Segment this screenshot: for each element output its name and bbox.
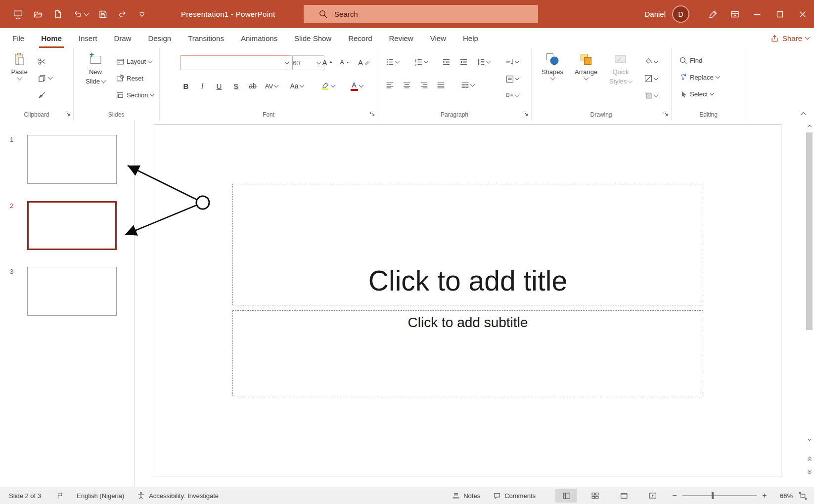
- paragraph-dialog-launcher[interactable]: [523, 111, 529, 117]
- accessibility-status[interactable]: Accessibility: Investigate: [149, 492, 219, 500]
- save-icon[interactable]: [98, 9, 108, 19]
- comments-button[interactable]: Comments: [493, 492, 536, 500]
- new-file-icon[interactable]: [53, 9, 63, 19]
- scroll-down-button[interactable]: [805, 435, 814, 444]
- notes-button[interactable]: Notes: [452, 492, 480, 500]
- replace-button[interactable]: b Replace: [679, 71, 720, 84]
- character-spacing-dropdown-icon[interactable]: [274, 83, 279, 88]
- normal-view-button[interactable]: [555, 489, 577, 503]
- open-icon[interactable]: [33, 9, 43, 19]
- justify-button[interactable]: [437, 78, 445, 92]
- strikethrough-button[interactable]: ab: [245, 79, 260, 93]
- font-color-button[interactable]: A: [346, 79, 367, 93]
- shape-effects-button[interactable]: [644, 88, 658, 102]
- font-size-combo[interactable]: 60: [289, 55, 324, 70]
- font-name-combo[interactable]: [180, 55, 293, 70]
- shape-outline-dropdown-icon[interactable]: [654, 76, 659, 81]
- italic-button[interactable]: I: [196, 79, 209, 93]
- close-button[interactable]: [791, 0, 814, 28]
- undo-button[interactable]: [73, 9, 88, 19]
- align-text-dropdown-icon[interactable]: [515, 76, 520, 81]
- reset-button[interactable]: Reset: [116, 72, 143, 84]
- change-case-button[interactable]: Aa: [287, 79, 307, 93]
- select-dropdown-icon[interactable]: [710, 91, 715, 96]
- character-spacing-button[interactable]: AV: [261, 79, 282, 93]
- clear-formatting-button[interactable]: A: [356, 55, 372, 70]
- shape-fill-dropdown-icon[interactable]: [654, 59, 659, 64]
- shape-fill-button[interactable]: [644, 55, 658, 69]
- slide-2-thumbnail[interactable]: [27, 201, 117, 250]
- decrease-indent-button[interactable]: [442, 55, 451, 69]
- minimize-button[interactable]: [746, 0, 769, 28]
- bold-button[interactable]: B: [180, 79, 192, 93]
- shape-outline-button[interactable]: [644, 72, 658, 85]
- find-button[interactable]: Find: [679, 54, 702, 67]
- language-button[interactable]: English (Nigeria): [77, 492, 124, 500]
- cut-button[interactable]: [38, 55, 46, 68]
- reading-view-button[interactable]: [613, 489, 634, 503]
- arrange-button[interactable]: Arrange: [572, 52, 600, 80]
- smartart-button[interactable]: [505, 88, 519, 102]
- search-input[interactable]: Search: [304, 5, 538, 23]
- shape-effects-dropdown-icon[interactable]: [654, 92, 659, 97]
- paste-button[interactable]: Paste: [5, 52, 34, 80]
- line-spacing-dropdown-icon[interactable]: [486, 59, 491, 64]
- powerpoint-icon[interactable]: [13, 9, 23, 19]
- share-dropdown-icon[interactable]: [805, 35, 810, 40]
- layout-dropdown-icon[interactable]: [148, 58, 153, 63]
- increase-indent-button[interactable]: [459, 55, 468, 69]
- copy-button[interactable]: [38, 72, 52, 84]
- format-painter-button[interactable]: [38, 88, 46, 101]
- collapse-ribbon-icon[interactable]: [801, 112, 806, 117]
- tab-file[interactable]: File: [4, 28, 33, 48]
- smartart-dropdown-icon[interactable]: [515, 92, 520, 97]
- section-dropdown-icon[interactable]: [150, 92, 155, 97]
- columns-dropdown-icon[interactable]: [470, 82, 475, 87]
- layout-button[interactable]: Layout: [116, 55, 152, 68]
- align-center-button[interactable]: [403, 78, 411, 92]
- slide-sorter-view-button[interactable]: [584, 489, 606, 503]
- shapes-dropdown-icon[interactable]: [550, 76, 555, 81]
- subtitle-placeholder[interactable]: Click to add subtitle: [232, 310, 703, 396]
- line-spacing-button[interactable]: [477, 55, 490, 69]
- clipboard-dialog-launcher[interactable]: [65, 111, 71, 117]
- bullets-button[interactable]: [386, 55, 399, 69]
- zoom-slider[interactable]: [682, 495, 757, 496]
- columns-button[interactable]: [461, 78, 474, 92]
- proofing-flag-icon[interactable]: [56, 492, 64, 500]
- align-left-button[interactable]: [386, 78, 394, 92]
- share-button[interactable]: Share: [770, 28, 809, 48]
- highlight-dropdown-icon[interactable]: [331, 83, 336, 88]
- user-name[interactable]: Daniel: [644, 10, 666, 18]
- select-button[interactable]: Select: [679, 87, 714, 100]
- copy-dropdown-icon[interactable]: [48, 75, 53, 80]
- next-slide-button[interactable]: [805, 468, 814, 477]
- new-slide-button[interactable]: New Slide: [80, 52, 111, 86]
- slide-show-button[interactable]: [641, 489, 663, 503]
- tab-help[interactable]: Help: [454, 28, 487, 48]
- replace-dropdown-icon[interactable]: [715, 74, 720, 79]
- section-button[interactable]: Section: [116, 88, 154, 101]
- drawing-dialog-launcher[interactable]: [663, 111, 669, 117]
- bullets-dropdown-icon[interactable]: [395, 59, 400, 64]
- change-case-dropdown-icon[interactable]: [299, 83, 304, 88]
- tab-animations[interactable]: Animations: [232, 28, 286, 48]
- previous-slide-button[interactable]: [805, 454, 814, 463]
- zoom-slider-thumb[interactable]: [712, 492, 714, 499]
- shrink-font-button[interactable]: A: [337, 55, 352, 70]
- numbering-button[interactable]: 123: [414, 55, 428, 69]
- numbering-dropdown-icon[interactable]: [424, 59, 429, 64]
- tab-home[interactable]: Home: [33, 28, 70, 48]
- tab-design[interactable]: Design: [139, 28, 180, 48]
- fit-slide-button[interactable]: [799, 492, 807, 500]
- ink-pen-icon[interactable]: [702, 0, 724, 28]
- zoom-out-button[interactable]: −: [671, 491, 678, 500]
- undo-dropdown-icon[interactable]: [84, 11, 89, 16]
- text-direction-button[interactable]: ab: [505, 55, 519, 69]
- slide-canvas[interactable]: Click to add title Click to add subtitle: [154, 125, 781, 476]
- quick-styles-button[interactable]: Quick Styles: [604, 52, 637, 86]
- avatar[interactable]: D: [673, 6, 688, 22]
- tab-insert[interactable]: Insert: [70, 28, 106, 48]
- slide-3-thumbnail[interactable]: [27, 267, 117, 316]
- tab-record[interactable]: Record: [340, 28, 380, 48]
